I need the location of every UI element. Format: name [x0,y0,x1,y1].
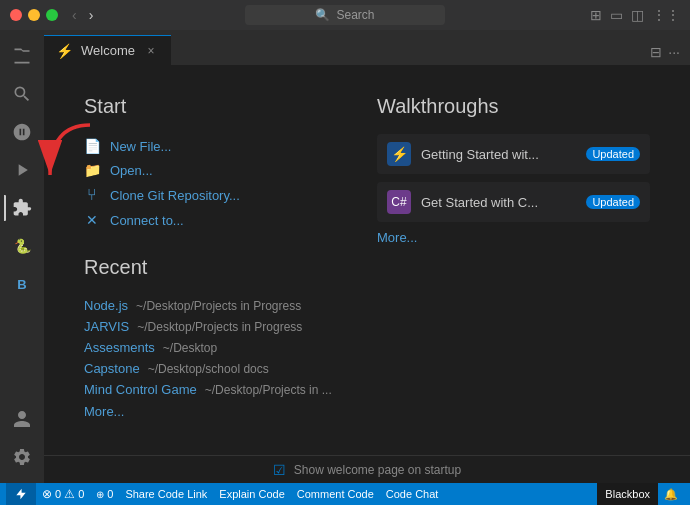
ports-item[interactable]: ⊕ 0 [90,483,119,505]
warnings-count: 0 [78,488,84,500]
walkthroughs-more-link[interactable]: More... [377,230,650,245]
maximize-button[interactable] [46,9,58,21]
recent-mindcontrol[interactable]: Mind Control Game ~/Desktop/Projects in … [84,379,357,400]
customize-layout-icon[interactable]: ⋮⋮ [652,7,680,23]
nav-buttons: ‹ › [68,5,97,25]
start-title: Start [84,95,357,118]
ports-count: 0 [107,488,113,500]
clone-git-action[interactable]: ⑂ Clone Git Repository... [84,182,357,208]
tab-bar-right: ⊟ ··· [650,44,680,60]
walkthrough-csharp[interactable]: C# Get Started with C... Updated [377,182,650,222]
sidebar-item-python[interactable]: 🐍 [4,228,40,264]
status-right: Blackbox 🔔 [597,483,684,505]
updated-badge-2: Updated [586,195,640,209]
bell-icon: 🔔 [664,488,678,501]
recent-section: Recent Node.js ~/Desktop/Projects in Pro… [84,256,357,419]
vscode-remote-icon[interactable] [6,483,36,505]
code-chat[interactable]: Code Chat [380,483,445,505]
recent-nodejs[interactable]: Node.js ~/Desktop/Projects in Progress [84,295,357,316]
sidebar-item-settings[interactable] [4,439,40,475]
sidebar-item-explorer[interactable] [4,38,40,74]
walkthroughs-title: Walkthroughs [377,95,650,118]
show-welcome-checkbox[interactable]: ☑ [273,462,286,478]
activity-bottom [4,401,40,475]
recent-name-jarvis[interactable]: JARVIS [84,319,129,334]
errors-count: 0 [55,488,61,500]
activity-bar: 🐍 B [0,30,44,483]
open-action[interactable]: 📁 Open... [84,158,357,182]
new-file-icon: 📄 [84,138,100,154]
title-right: ⊞ ▭ ◫ ⋮⋮ [590,7,680,23]
split-editor-icon[interactable]: ⊞ [590,7,602,23]
explain-code-label: Explain Code [219,488,284,500]
git-branch-icon: ⑂ [84,186,100,204]
sidebar-item-run-debug[interactable] [4,152,40,188]
recent-name-assesments[interactable]: Assesments [84,340,155,355]
search-icon: 🔍 [315,8,330,22]
walkthrough-getting-started-label: Getting Started wit... [421,147,576,162]
recent-name-nodejs[interactable]: Node.js [84,298,128,313]
sidebar-item-accounts[interactable] [4,401,40,437]
minimize-button[interactable] [28,9,40,21]
recent-more-link[interactable]: More... [84,404,357,419]
sidebar-item-source-control[interactable] [4,114,40,150]
share-code-link[interactable]: Share Code Link [119,483,213,505]
main-area: 🐍 B ⚡ Welcome × ⊟ ··· [0,30,690,483]
search-icon [12,84,32,104]
title-bar: ‹ › 🔍 Search ⊞ ▭ ◫ ⋮⋮ [0,0,690,30]
error-icon: ⊗ [42,487,52,501]
explain-code[interactable]: Explain Code [213,483,290,505]
notifications-bell[interactable]: 🔔 [658,483,684,505]
tab-welcome-label: Welcome [81,43,135,58]
tab-welcome[interactable]: ⚡ Welcome × [44,35,171,65]
comment-code[interactable]: Comment Code [291,483,380,505]
recent-name-mindcontrol[interactable]: Mind Control Game [84,382,197,397]
tab-bar: ⚡ Welcome × ⊟ ··· [44,30,690,65]
connect-to-action[interactable]: ✕ Connect to... [84,208,357,232]
python-icon: 🐍 [14,238,31,254]
recent-jarvis[interactable]: JARVIS ~/Desktop/Projects in Progress [84,316,357,337]
welcome-footer: ☑ Show welcome page on startup [44,455,690,483]
warning-icon: ⚠ [64,487,75,501]
left-column: Start 📄 New File... 📁 Open... ⑂ Clone Gi… [84,95,357,425]
recent-path-mindcontrol: ~/Desktop/Projects in ... [205,383,332,397]
tab-close-button[interactable]: × [143,43,159,59]
git-icon [12,122,32,142]
recent-assesments[interactable]: Assesments ~/Desktop [84,337,357,358]
comment-code-label: Comment Code [297,488,374,500]
sidebar-item-extensions[interactable] [4,190,40,226]
csharp-icon: C# [387,190,411,214]
open-icon: 📁 [84,162,100,178]
split-right-icon[interactable]: ⊟ [650,44,662,60]
walkthrough-csharp-label: Get Started with C... [421,195,576,210]
nav-forward[interactable]: › [85,5,98,25]
blackbox-label: Blackbox [605,488,650,500]
walkthrough-getting-started[interactable]: ⚡ Getting Started wit... Updated [377,134,650,174]
editor-area: ⚡ Welcome × ⊟ ··· Start 📄 New File... 📁 [44,30,690,483]
code-chat-label: Code Chat [386,488,439,500]
blackbox-button[interactable]: Blackbox [597,483,658,505]
extensions-icon [12,198,32,218]
recent-capstone[interactable]: Capstone ~/Desktop/school docs [84,358,357,379]
recent-name-capstone[interactable]: Capstone [84,361,140,376]
clone-git-label: Clone Git Repository... [110,188,240,203]
toggle-sidebar-icon[interactable]: ◫ [631,7,644,23]
ports-icon: ⊕ [96,489,104,500]
status-bar: ⊗ 0 ⚠ 0 ⊕ 0 Share Code Link Explain Code… [0,483,690,505]
toggle-panel-icon[interactable]: ▭ [610,7,623,23]
more-actions-icon[interactable]: ··· [668,44,680,60]
gear-icon [12,447,32,467]
recent-path-capstone: ~/Desktop/school docs [148,362,269,376]
search-bar[interactable]: 🔍 Search [245,5,445,25]
getting-started-icon: ⚡ [387,142,411,166]
sidebar-item-search[interactable] [4,76,40,112]
close-button[interactable] [10,9,22,21]
sidebar-item-blackbox[interactable]: B [4,266,40,302]
new-file-action[interactable]: 📄 New File... [84,134,357,158]
errors-item[interactable]: ⊗ 0 ⚠ 0 [36,483,90,505]
person-icon [12,409,32,429]
nav-back[interactable]: ‹ [68,5,81,25]
share-code-label: Share Code Link [125,488,207,500]
welcome-page: Start 📄 New File... 📁 Open... ⑂ Clone Gi… [44,65,690,455]
new-file-label: New File... [110,139,171,154]
